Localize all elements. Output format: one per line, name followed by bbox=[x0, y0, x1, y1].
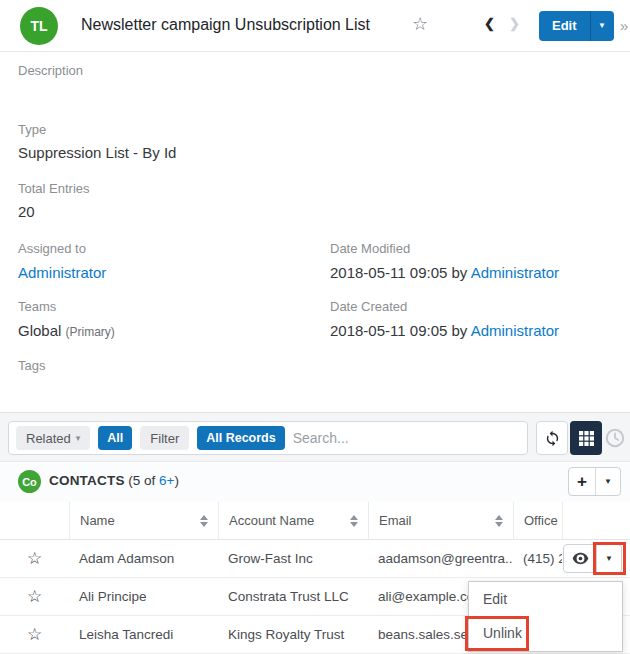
contact-name-link[interactable]: Leisha Tancredi bbox=[69, 627, 218, 642]
preview-button[interactable] bbox=[563, 544, 597, 573]
refresh-icon bbox=[544, 430, 561, 447]
grid-icon bbox=[579, 431, 594, 446]
add-contact-button[interactable]: + bbox=[569, 468, 596, 495]
assigned-to-link[interactable]: Administrator bbox=[18, 264, 106, 281]
contacts-title-text: CONTACTS bbox=[49, 473, 125, 488]
page-title: Newsletter campaign Unsubscription List bbox=[81, 16, 370, 34]
teams-label: Teams bbox=[18, 299, 56, 314]
favorite-star-icon[interactable]: ☆ bbox=[412, 13, 428, 35]
office-phone-value: (415) 23 bbox=[513, 551, 562, 566]
next-record-icon: ❯ bbox=[509, 16, 520, 31]
contacts-add-split-button: + ▼ bbox=[568, 467, 621, 496]
date-modified-label: Date Modified bbox=[330, 241, 410, 256]
column-header-name[interactable]: Name bbox=[69, 502, 218, 539]
contact-name-link[interactable]: Ali Principe bbox=[69, 589, 218, 604]
record-header: TL Newsletter campaign Unsubscription Li… bbox=[0, 0, 630, 52]
eye-icon bbox=[572, 552, 589, 565]
menu-item-edit[interactable]: Edit bbox=[469, 582, 622, 616]
contacts-actions-dropdown-icon[interactable]: ▼ bbox=[596, 468, 620, 495]
contacts-panel-header: Co CONTACTS (5 of 6+) + ▼ bbox=[0, 463, 630, 502]
contacts-panel-title: CONTACTS (5 of 6+) bbox=[49, 473, 179, 488]
related-caret-icon: ▾ bbox=[76, 433, 81, 443]
previous-record-icon[interactable]: ❮ bbox=[484, 16, 495, 31]
search-input[interactable] bbox=[293, 430, 520, 446]
column-header-email-label: Email bbox=[379, 513, 412, 528]
assigned-to-label: Assigned to bbox=[18, 241, 86, 256]
total-entries-label: Total Entries bbox=[18, 181, 90, 196]
description-label: Description bbox=[18, 63, 83, 78]
date-created-label: Date Created bbox=[330, 299, 407, 314]
filter-dropdown[interactable]: Filter bbox=[140, 426, 189, 450]
row-favorite-star-icon[interactable]: ☆ bbox=[0, 624, 69, 645]
record-view: TL Newsletter campaign Unsubscription Li… bbox=[0, 0, 630, 654]
related-dropdown[interactable]: Related ▾ bbox=[16, 426, 90, 450]
record-detail: Description Type Suppression List - By I… bbox=[0, 52, 630, 412]
column-header-favorite bbox=[0, 502, 69, 539]
contacts-module-icon: Co bbox=[18, 470, 41, 493]
row-favorite-star-icon[interactable]: ☆ bbox=[0, 586, 69, 607]
column-header-account-label: Account Name bbox=[229, 513, 314, 528]
date-created-value: 2018-05-11 09:05 by Administrator bbox=[330, 322, 559, 339]
type-label: Type bbox=[18, 122, 46, 137]
row-favorite-star-icon[interactable]: ☆ bbox=[0, 548, 69, 569]
contacts-count-link[interactable]: 6+ bbox=[159, 473, 174, 488]
teams-value: Global (Primary) bbox=[18, 322, 115, 339]
related-filter-toolbar: Related ▾ All Filter All Records bbox=[0, 412, 630, 462]
contacts-count-prefix: (5 of bbox=[125, 473, 160, 488]
date-created-user-link[interactable]: Administrator bbox=[471, 322, 559, 339]
account-name-link[interactable]: Constrata Trust LLC bbox=[218, 589, 368, 604]
date-modified-by-text: by bbox=[452, 264, 468, 281]
date-modified-user-link[interactable]: Administrator bbox=[471, 264, 559, 281]
column-header-office-phone[interactable]: Office Phone bbox=[513, 502, 562, 539]
contacts-count-suffix: ) bbox=[175, 473, 180, 488]
table-header-row: Name Account Name Email Office Phone bbox=[0, 502, 630, 540]
column-header-account[interactable]: Account Name bbox=[218, 502, 368, 539]
list-view-toggle-button[interactable] bbox=[570, 421, 602, 455]
column-header-email[interactable]: Email bbox=[368, 502, 513, 539]
table-row: ☆ Adam Adamson Grow-Fast Inc aadamson@gr… bbox=[0, 540, 630, 578]
column-header-name-label: Name bbox=[80, 513, 115, 528]
all-records-pill[interactable]: All Records bbox=[197, 426, 284, 450]
sort-icon bbox=[495, 515, 503, 527]
row-actions-dropdown-icon[interactable]: ▼ bbox=[597, 544, 622, 573]
related-all-pill[interactable]: All bbox=[98, 426, 132, 450]
contacts-module-initials: Co bbox=[22, 476, 37, 488]
date-created-datetime: 2018-05-11 09:05 bbox=[330, 322, 447, 339]
date-modified-datetime: 2018-05-11 09:05 bbox=[330, 264, 447, 281]
type-value: Suppression List - By Id bbox=[18, 144, 176, 161]
sort-icon bbox=[350, 515, 358, 527]
menu-item-unlink[interactable]: Unlink bbox=[469, 616, 622, 650]
row-actions-menu: Edit Unlink bbox=[468, 581, 623, 652]
clock-icon bbox=[605, 428, 625, 448]
sort-icon bbox=[200, 515, 208, 527]
row-actions-group: ▼ bbox=[563, 544, 622, 573]
account-name-link[interactable]: Kings Royalty Trust bbox=[218, 627, 368, 642]
record-avatar: TL bbox=[20, 7, 58, 45]
team-primary-tag: (Primary) bbox=[66, 325, 115, 339]
contact-name-link[interactable]: Adam Adamson bbox=[69, 551, 218, 566]
filter-search-container: Related ▾ All Filter All Records bbox=[8, 421, 528, 455]
refresh-button[interactable] bbox=[536, 421, 568, 455]
edit-button[interactable]: Edit bbox=[539, 11, 590, 41]
column-header-office-label: Office Phone bbox=[524, 513, 562, 528]
tags-label: Tags bbox=[18, 358, 45, 373]
avatar-initials: TL bbox=[30, 18, 47, 34]
related-dropdown-label: Related bbox=[26, 431, 71, 446]
collapse-double-chevron-icon[interactable]: » bbox=[620, 17, 628, 34]
account-name-link[interactable]: Grow-Fast Inc bbox=[218, 551, 368, 566]
edit-dropdown-icon[interactable]: ▼ bbox=[590, 11, 614, 41]
date-modified-value: 2018-05-11 09:05 by Administrator bbox=[330, 264, 559, 281]
team-name: Global bbox=[18, 322, 61, 339]
edit-split-button: Edit ▼ bbox=[539, 11, 614, 41]
total-entries-value: 20 bbox=[18, 203, 35, 220]
date-created-by-text: by bbox=[452, 322, 468, 339]
column-header-actions bbox=[562, 502, 630, 539]
contact-email-link[interactable]: aadamson@greentra... bbox=[368, 551, 513, 566]
activity-timeline-toggle[interactable] bbox=[605, 428, 625, 448]
